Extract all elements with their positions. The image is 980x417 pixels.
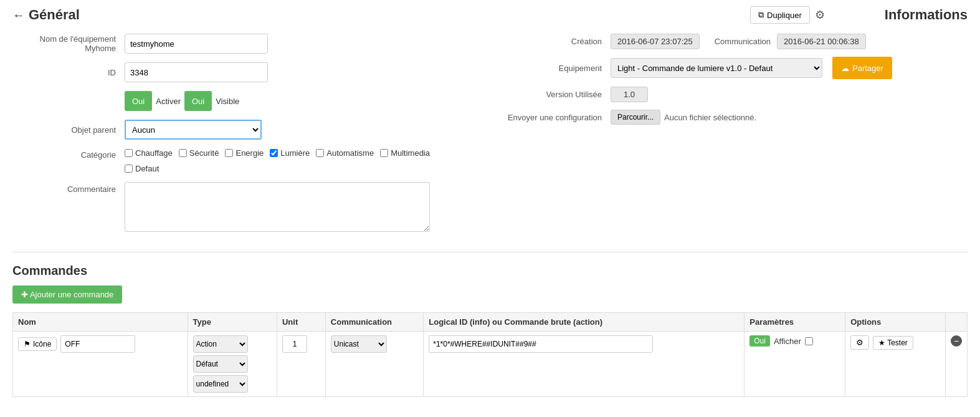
col-communication: Communication — [325, 313, 423, 332]
objet-parent-select[interactable]: Aucun — [125, 120, 262, 140]
nom-input[interactable] — [125, 34, 268, 54]
col-type: Type — [188, 313, 277, 332]
equipement-label: Equipement — [486, 64, 611, 73]
toggle-group: Oui Activer Oui Visible — [125, 91, 239, 111]
categories-group: Chauffage Sécurité Energie Lumière — [125, 148, 461, 173]
gear-settings-icon[interactable]: ⚙ — [815, 8, 825, 22]
categorie-label: Catégorie — [12, 150, 125, 160]
table-row: ⚑ Icône Action Info — [13, 332, 968, 397]
remove-cell: − — [946, 332, 968, 397]
parametres-cell: Oui Afficher — [745, 332, 845, 397]
cat-defaut-checkbox[interactable] — [125, 165, 133, 173]
equipement-select[interactable]: Light - Commande de lumiere v1.0 - Defau… — [611, 58, 822, 78]
visible-label: Visible — [216, 97, 239, 106]
name-input[interactable] — [60, 335, 135, 353]
cat-chauffage: Chauffage — [125, 148, 173, 158]
communication-value: 2016-06-21 00:06:38 — [777, 34, 866, 49]
objet-parent-label: Objet parent — [12, 125, 125, 135]
commentaire-textarea[interactable] — [125, 182, 430, 232]
icone-button[interactable]: ⚑ Icône — [18, 337, 57, 351]
id-input[interactable] — [125, 62, 268, 82]
add-label: Ajouter une commande — [30, 290, 113, 299]
partager-label: Partager — [852, 64, 883, 73]
version-value: 1.0 — [611, 87, 648, 102]
cat-lumiere: Lumière — [270, 148, 310, 158]
nom-label: Nom de l'équipement Myhome — [12, 34, 125, 53]
cat-securite: Sécurité — [179, 148, 219, 158]
add-icon: ✚ — [21, 290, 28, 299]
unit-cell — [277, 332, 325, 397]
cat-energie-checkbox[interactable] — [225, 149, 233, 157]
logical-id-input[interactable] — [429, 335, 653, 353]
cat-energie: Energie — [225, 148, 264, 158]
back-icon[interactable]: ← — [12, 8, 25, 22]
col-parametres: Paramètres — [745, 313, 845, 332]
type-select-3[interactable]: undefined — [193, 375, 248, 393]
envoyer-label: Envoyer une configuration — [486, 113, 611, 122]
test-icon: ★ — [878, 338, 885, 347]
options-gear-button[interactable]: ⚙ — [850, 335, 869, 350]
partager-icon: ☁ — [841, 64, 849, 73]
param-oui-button[interactable]: Oui — [749, 335, 770, 347]
test-label: Tester — [887, 338, 908, 347]
param-afficher-checkbox[interactable] — [805, 337, 813, 345]
creation-label: Création — [486, 37, 611, 46]
flag-icon: ⚑ — [24, 340, 31, 348]
icone-label: Icône — [33, 340, 51, 348]
logical-id-cell — [424, 332, 745, 397]
commandes-title: Commandes — [12, 264, 968, 278]
commentaire-label: Commentaire — [12, 185, 125, 194]
cat-automatisme: Automatisme — [316, 148, 374, 158]
communication-label: Communication — [715, 37, 771, 46]
no-file-label: Aucun fichier sélectionné. — [664, 113, 756, 122]
col-actions — [946, 313, 968, 332]
version-label: Version Utilisée — [486, 90, 611, 99]
options-cell: ⚙ ★ Tester — [845, 332, 946, 397]
dupliquer-label: Dupliquer — [767, 11, 802, 20]
informations-title: Informations — [885, 7, 968, 23]
cat-defaut: Defaut — [125, 164, 159, 173]
communication-select[interactable]: Unicast Multicast — [331, 335, 387, 353]
commandes-table: Nom Type Unit Communication Logical ID (… — [12, 312, 968, 397]
oui-activer-button[interactable]: Oui — [125, 91, 152, 111]
cat-chauffage-checkbox[interactable] — [125, 149, 133, 157]
dupliquer-icon: ⧉ — [758, 10, 764, 20]
remove-button[interactable]: − — [951, 335, 962, 347]
type-select-1[interactable]: Action Info — [193, 335, 248, 353]
cat-multimedia-checkbox[interactable] — [380, 149, 388, 157]
type-cell: Action Info Défaut — [188, 332, 277, 397]
options-test-button[interactable]: ★ Tester — [873, 336, 913, 350]
add-commande-button[interactable]: ✚ Ajouter une commande — [12, 285, 122, 304]
oui-visible-button[interactable]: Oui — [184, 91, 212, 111]
general-title: Général — [29, 7, 80, 23]
col-nom: Nom — [13, 313, 188, 332]
col-options: Options — [845, 313, 946, 332]
creation-value: 2016-06-07 23:07:25 — [611, 34, 700, 49]
unit-input[interactable] — [282, 335, 307, 353]
dupliquer-button[interactable]: ⧉ Dupliquer — [750, 6, 810, 24]
partager-button[interactable]: ☁ Partager — [832, 57, 892, 79]
communication-cell: Unicast Multicast — [325, 332, 423, 397]
activer-label: Activer — [156, 97, 181, 106]
cat-lumiere-checkbox[interactable] — [270, 149, 278, 157]
cat-automatisme-checkbox[interactable] — [316, 149, 324, 157]
col-logical-id: Logical ID (info) ou Commande brute (act… — [424, 313, 745, 332]
id-label: ID — [12, 68, 125, 77]
nom-cell: ⚑ Icône — [13, 332, 188, 397]
type-select-2[interactable]: Défaut — [193, 355, 248, 373]
cat-multimedia: Multimedia — [380, 148, 430, 158]
parcourir-button[interactable]: Parcourir... — [611, 110, 660, 125]
param-afficher-label: Afficher — [774, 337, 801, 346]
cat-securite-checkbox[interactable] — [179, 149, 187, 157]
col-unit: Unit — [277, 313, 325, 332]
